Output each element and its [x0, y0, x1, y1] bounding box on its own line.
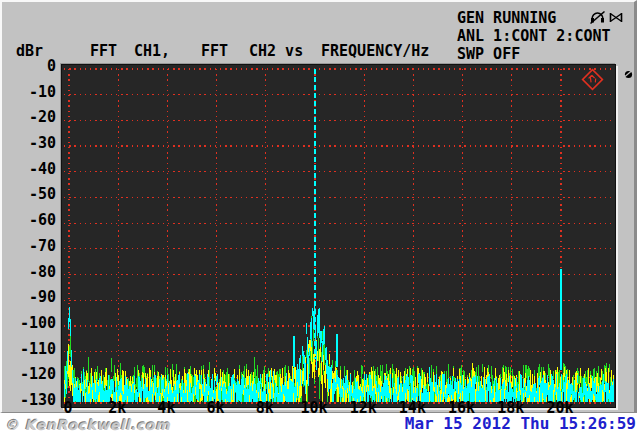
y-tick-label: -40 [10, 160, 56, 178]
trace1-function: FFT [90, 42, 117, 60]
headphones-muted-icon[interactable] [589, 9, 606, 30]
y-tick-label: -110 [10, 340, 56, 358]
y-tick-label: -70 [10, 237, 56, 255]
watermark: © KenRockwell.com [5, 417, 170, 433]
speaker-muted-icon[interactable] [608, 9, 624, 30]
y-tick-label: -120 [10, 365, 56, 383]
x-tick-label: 4k [143, 399, 189, 417]
y-tick-label: -90 [10, 288, 56, 306]
x-tick-label: 10k [291, 399, 337, 417]
x-tick-label: 8k [242, 399, 288, 417]
x-axis-title: FREQUENCY/Hz [321, 42, 429, 60]
trace2-channel: CH2 vs [249, 42, 303, 60]
y-tick-label: -80 [10, 263, 56, 281]
trace1-channel: CH1, [134, 42, 170, 60]
spectrum-canvas [62, 65, 615, 407]
x-tick-label: 12k [340, 399, 386, 417]
generator-status: GEN RUNNING [457, 9, 556, 27]
sweep-status: SWP OFF [457, 45, 520, 63]
y-tick-label: 0 [10, 57, 56, 75]
x-tick-label: 0 [45, 399, 91, 417]
y-tick-label: -30 [10, 134, 56, 152]
y-tick-label: -50 [10, 185, 56, 203]
y-tick-label: -60 [10, 211, 56, 229]
fft-spectrum-plot [61, 64, 616, 408]
y-tick-label: -100 [10, 314, 56, 332]
rohde-schwarz-logo-icon [583, 70, 603, 90]
trace2-function: FFT [201, 42, 228, 60]
date-time: Mar 15 2012 Thu 15:26:59 [405, 414, 636, 433]
x-tick-label: 2k [94, 399, 140, 417]
analyzer-window: GEN RUNNING ANL 1:CONT 2:CONT SWP OFF dB… [0, 0, 637, 413]
y-tick-label: -20 [10, 108, 56, 126]
analyzer-status: ANL 1:CONT 2:CONT [457, 27, 611, 45]
x-tick-label: 6k [193, 399, 239, 417]
monitor-status-icon [623, 65, 634, 84]
y-tick-label: -10 [10, 83, 56, 101]
screenshot-root: GEN RUNNING ANL 1:CONT 2:CONT SWP OFF dB… [0, 0, 640, 436]
